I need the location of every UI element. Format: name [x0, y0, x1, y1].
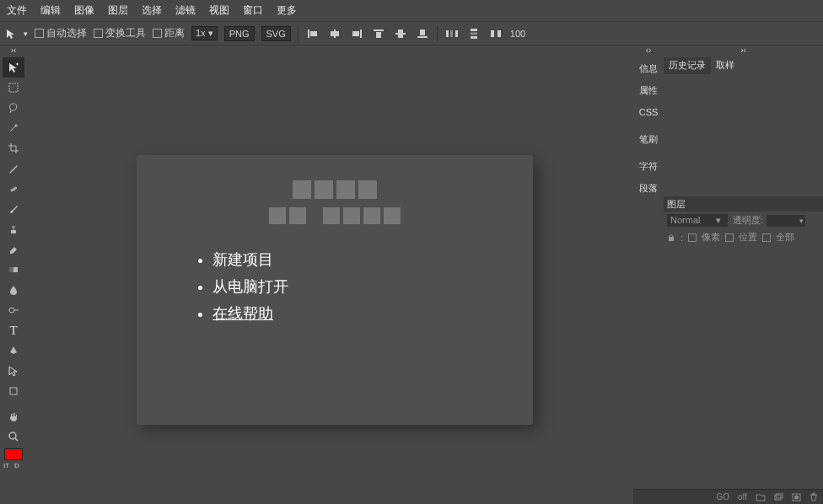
panel-info[interactable]: 信息 — [633, 57, 664, 79]
marquee-tool[interactable] — [3, 78, 24, 98]
svg-rect-17 — [471, 32, 477, 35]
pen-tool[interactable] — [3, 340, 24, 361]
panel-css[interactable]: CSS — [633, 101, 664, 123]
svg-rect-7 — [376, 32, 381, 38]
welcome-new-project[interactable]: 新建项目 — [212, 249, 482, 270]
footer-off[interactable]: off — [738, 492, 747, 501]
svg-rect-32 — [775, 495, 781, 500]
footer-go[interactable]: GO — [717, 492, 730, 501]
panel-character[interactable]: 字符 — [633, 155, 664, 177]
blur-tool[interactable] — [3, 280, 24, 300]
menu-view[interactable]: 视图 — [209, 3, 229, 18]
svg-rect-1 — [310, 31, 317, 36]
history-panel-tabs: 历史记录 取样 — [664, 57, 823, 74]
zoom-select[interactable]: 1x ▾ — [191, 26, 218, 40]
welcome-open-from-computer[interactable]: 从电脑打开 — [212, 276, 482, 297]
menu-file[interactable]: 文件 — [7, 3, 27, 18]
lock-all-label: 全部 — [776, 231, 794, 244]
svg-rect-16 — [471, 36, 477, 39]
welcome-panel: 新建项目 从电脑打开 在线帮助 — [137, 155, 533, 425]
menu-select[interactable]: 选择 — [142, 3, 162, 18]
svg-rect-19 — [498, 30, 501, 37]
dodge-tool[interactable] — [3, 300, 24, 320]
toolbox-collapse-icon[interactable]: ›‹ — [0, 46, 27, 57]
menu-image[interactable]: 图像 — [74, 3, 94, 18]
swatch-label-d: D — [14, 462, 19, 469]
lock-position-label: 位置 — [739, 231, 757, 244]
menu-layer[interactable]: 图层 — [108, 3, 128, 18]
auto-select-checkbox[interactable]: 自动选择 — [35, 26, 87, 40]
lasso-tool[interactable] — [3, 98, 24, 118]
wand-tool[interactable] — [3, 118, 24, 138]
align-center-h-icon[interactable] — [327, 27, 342, 40]
side-panel-tabs: ‹› 信息 属性 CSS 笔刷 字符 段落 — [633, 46, 664, 504]
brush-tool[interactable] — [3, 199, 24, 219]
svg-rect-10 — [417, 36, 428, 38]
tab-sample[interactable]: 取样 — [711, 57, 740, 74]
svg-point-35 — [794, 495, 799, 499]
svg-rect-25 — [11, 230, 16, 233]
align-left-icon[interactable] — [305, 27, 320, 40]
export-svg-button[interactable]: SVG — [261, 26, 291, 41]
svg-point-28 — [9, 308, 14, 313]
align-right-icon[interactable] — [349, 27, 364, 40]
svg-rect-11 — [420, 29, 425, 35]
chevron-down-icon: ▾ — [799, 217, 804, 225]
shape-tool[interactable] — [3, 381, 24, 401]
lock-pixels-checkbox[interactable] — [688, 233, 697, 242]
menu-window[interactable]: 窗口 — [243, 3, 263, 18]
panel-properties[interactable]: 属性 — [633, 79, 664, 101]
align-center-v-icon[interactable] — [393, 27, 408, 40]
clone-tool[interactable] — [3, 219, 24, 239]
welcome-online-help[interactable]: 在线帮助 — [212, 303, 482, 324]
zoom-tool[interactable] — [3, 426, 24, 447]
rightpanel-collapse-icon[interactable]: ›‹ — [664, 46, 823, 57]
transform-tool-checkbox[interactable]: 变换工具 — [94, 26, 146, 40]
distribute-h-icon[interactable] — [444, 27, 460, 40]
export-png-button[interactable]: PNG — [224, 26, 255, 41]
footer-folder-icon[interactable] — [756, 493, 766, 501]
panel-paragraph[interactable]: 段落 — [633, 177, 664, 199]
panel-brush[interactable]: 笔刷 — [633, 128, 664, 150]
gradient-tool[interactable] — [3, 260, 24, 280]
footer-mask-icon[interactable] — [792, 493, 801, 501]
svg-rect-4 — [360, 29, 362, 38]
svg-rect-29 — [10, 388, 17, 394]
menu-more[interactable]: 更多 — [277, 3, 297, 18]
spacing-icon[interactable] — [488, 27, 503, 40]
eyedropper-tool[interactable] — [3, 158, 24, 179]
footer-trash-icon[interactable] — [810, 492, 818, 501]
lock-all-checkbox[interactable] — [762, 233, 771, 242]
spacing-value: 100 — [510, 29, 525, 39]
svg-rect-5 — [352, 31, 359, 36]
hand-tool[interactable] — [3, 406, 24, 426]
type-tool[interactable]: T — [3, 320, 24, 340]
footer-layer-icon[interactable] — [774, 493, 783, 501]
svg-rect-3 — [331, 31, 339, 36]
blend-mode-select[interactable]: Normal▾ — [667, 214, 728, 227]
heal-tool[interactable] — [3, 179, 24, 199]
tab-history[interactable]: 历史记录 — [664, 57, 711, 74]
distance-checkbox[interactable]: 距离 — [153, 26, 185, 40]
menu-edit[interactable]: 编辑 — [40, 3, 61, 18]
dropdown-arrow-icon[interactable]: ▾ — [24, 29, 28, 38]
lock-pixels-label: 像素 — [702, 231, 720, 244]
svg-rect-12 — [446, 30, 449, 37]
canvas-area: 新建项目 从电脑打开 在线帮助 — [27, 46, 633, 504]
distribute-v-icon[interactable] — [466, 27, 481, 40]
foreground-swatch[interactable] — [4, 448, 23, 460]
lock-position-checkbox[interactable] — [725, 233, 734, 242]
crop-tool[interactable] — [3, 138, 24, 158]
eraser-tool[interactable] — [3, 239, 24, 260]
opacity-input[interactable]: ▾ — [767, 215, 805, 227]
path-tool[interactable] — [3, 361, 24, 381]
menu-filter[interactable]: 滤镜 — [175, 3, 196, 18]
layers-panel-header[interactable]: 图层 — [664, 196, 823, 212]
side-collapse-icon[interactable]: ‹› — [633, 46, 664, 57]
auto-select-label: 自动选择 — [46, 26, 87, 40]
align-bottom-icon[interactable] — [415, 27, 430, 40]
svg-rect-0 — [308, 29, 309, 38]
svg-rect-18 — [491, 30, 494, 37]
move-tool[interactable] — [3, 57, 24, 78]
align-top-icon[interactable] — [371, 27, 386, 40]
